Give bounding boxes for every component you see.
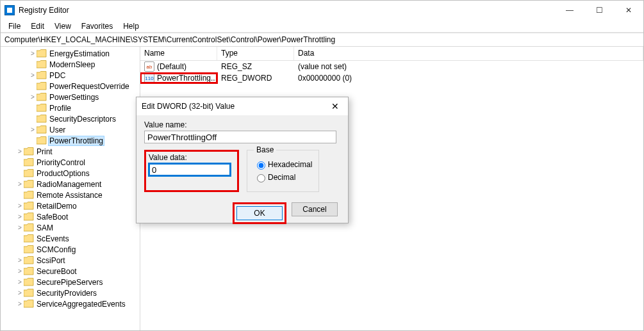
tree-item-securitydescriptors[interactable]: >SecurityDescriptors xyxy=(1,113,140,124)
expand-icon[interactable]: > xyxy=(16,181,24,188)
tree-item-label: SecureBoot xyxy=(35,267,78,276)
expand-icon[interactable]: > xyxy=(16,202,24,209)
tree-item-label: Print xyxy=(35,147,54,156)
menu-file[interactable]: File xyxy=(3,20,26,32)
value-data-highlight: Value data: xyxy=(144,150,239,192)
value-data-label: Value data: xyxy=(149,153,235,162)
tree-item-securepipeservers[interactable]: >SecurePipeServers xyxy=(1,277,140,287)
value-type: REG_SZ xyxy=(217,62,294,71)
tree-item-powersettings[interactable]: >PowerSettings xyxy=(1,92,140,102)
tree-item-retaildemo[interactable]: >RetailDemo xyxy=(1,200,140,211)
expand-icon[interactable]: > xyxy=(29,93,37,101)
expand-icon[interactable]: > xyxy=(29,126,37,133)
titlebar: Registry Editor — ☐ ✕ xyxy=(1,1,643,20)
value-data-field[interactable] xyxy=(149,163,231,176)
column-name[interactable]: Name xyxy=(140,47,217,60)
menu-help[interactable]: Help xyxy=(118,20,144,32)
value-name-label: Value name: xyxy=(144,120,340,129)
expand-icon[interactable]: > xyxy=(29,50,37,57)
expand-icon[interactable]: > xyxy=(16,257,24,264)
column-data[interactable]: Data xyxy=(294,47,643,60)
tree-item-label: PowerThrottling xyxy=(48,136,104,146)
tree-item-scevents[interactable]: >ScEvents xyxy=(1,233,140,244)
dword-value-icon: 110 xyxy=(144,73,154,83)
tree-item-label: RetailDemo xyxy=(35,202,78,211)
address-bar[interactable]: Computer\HKEY_LOCAL_MACHINE\SYSTEM\Curre… xyxy=(1,33,643,47)
tree-item-remote-assistance[interactable]: >Remote Assistance xyxy=(1,190,140,200)
close-button[interactable]: ✕ xyxy=(614,1,643,20)
tree-item-powerthrottling[interactable]: >PowerThrottling xyxy=(1,135,140,146)
column-type[interactable]: Type xyxy=(217,47,294,60)
expand-icon[interactable]: > xyxy=(16,279,24,286)
value-name: (Default) xyxy=(157,62,186,71)
expand-icon[interactable]: > xyxy=(16,289,24,296)
folder-icon xyxy=(24,213,34,221)
tree-item-profile[interactable]: >Profile xyxy=(1,102,140,113)
dialog-close-button[interactable]: ✕ xyxy=(327,101,343,111)
radio-dec[interactable] xyxy=(257,174,265,182)
folder-icon xyxy=(24,147,34,156)
radio-hex[interactable] xyxy=(257,161,265,170)
tree-item-label: Profile xyxy=(48,104,72,113)
minimize-button[interactable]: — xyxy=(555,1,584,20)
tree-item-modernsleep[interactable]: >ModernSleep xyxy=(1,59,140,70)
tree-item-label: ScsiPort xyxy=(35,256,67,265)
tree-item-securityproviders[interactable]: >SecurityProviders xyxy=(1,287,140,298)
expand-icon[interactable]: > xyxy=(16,300,24,307)
folder-icon xyxy=(24,223,34,232)
expand-icon[interactable]: > xyxy=(16,268,24,275)
menu-edit[interactable]: Edit xyxy=(26,20,49,32)
table-row[interactable]: 110PowerThrottling...REG_DWORD0x00000000… xyxy=(140,72,643,84)
maximize-button[interactable]: ☐ xyxy=(584,1,614,20)
tree-item-secureboot[interactable]: >SecureBoot xyxy=(1,266,140,277)
tree-item-print[interactable]: >Print xyxy=(1,146,140,157)
expand-icon[interactable]: > xyxy=(16,148,24,155)
tree-item-label: User xyxy=(48,125,67,134)
tree-item-productoptions[interactable]: >ProductOptions xyxy=(1,168,140,179)
table-row[interactable]: ab(Default)REG_SZ(value not set) xyxy=(140,61,643,72)
folder-icon xyxy=(24,300,34,308)
tree-item-energyestimation[interactable]: >EnergyEstimation xyxy=(1,48,140,59)
tree-item-sam[interactable]: >SAM xyxy=(1,222,140,233)
tree-item-powerrequestoverride[interactable]: >PowerRequestOverride xyxy=(1,81,140,92)
tree-item-pdc[interactable]: >PDC xyxy=(1,70,140,81)
folder-icon xyxy=(24,267,34,275)
value-name: PowerThrottling... xyxy=(157,74,217,83)
expand-icon[interactable]: > xyxy=(16,224,24,231)
folder-icon xyxy=(37,60,47,69)
list-header[interactable]: Name Type Data xyxy=(140,47,643,61)
value-name-field[interactable] xyxy=(144,131,336,143)
folder-icon xyxy=(37,49,47,58)
tree-item-radiomanagement[interactable]: >RadioManagement xyxy=(1,179,140,190)
tree-item-label: PDC xyxy=(48,71,67,80)
value-type: REG_DWORD xyxy=(217,74,294,83)
tree-item-label: EnergyEstimation xyxy=(48,49,111,58)
tree-item-safeboot[interactable]: >SafeBoot xyxy=(1,211,140,222)
tree-item-label: ServiceAggregatedEvents xyxy=(35,300,127,309)
radio-hex-label: Hexadecimal xyxy=(268,160,312,169)
tree-item-scsiport[interactable]: >ScsiPort xyxy=(1,255,140,266)
folder-icon xyxy=(37,93,47,101)
tree-item-serviceaggregatedevents[interactable]: >ServiceAggregatedEvents xyxy=(1,298,140,309)
folder-icon xyxy=(37,115,47,123)
tree-item-label: ModernSleep xyxy=(48,60,96,69)
tree-item-prioritycontrol[interactable]: >PriorityControl xyxy=(1,157,140,168)
cancel-button[interactable]: Cancel xyxy=(292,202,338,216)
tree-pane[interactable]: >EnergyEstimation>ModernSleep>PDC>PowerR… xyxy=(1,47,140,330)
folder-icon xyxy=(24,245,34,254)
folder-icon xyxy=(24,289,34,297)
value-data: 0x00000000 (0) xyxy=(294,74,643,83)
window-title: Registry Editor xyxy=(19,6,69,15)
menu-favorites[interactable]: Favorites xyxy=(76,20,118,32)
expand-icon[interactable]: > xyxy=(16,213,24,220)
expand-icon[interactable]: > xyxy=(29,72,37,79)
tree-item-user[interactable]: >User xyxy=(1,124,140,135)
folder-icon xyxy=(24,169,34,177)
ok-button[interactable]: OK xyxy=(236,206,283,220)
tree-item-label: SCMConfig xyxy=(35,245,77,254)
folder-icon xyxy=(24,158,34,166)
registry-editor-window: Registry Editor — ☐ ✕ File Edit View Fav… xyxy=(0,0,644,331)
tree-item-scmconfig[interactable]: >SCMConfig xyxy=(1,244,140,255)
menu-view[interactable]: View xyxy=(49,20,76,32)
base-legend: Base xyxy=(254,145,276,154)
